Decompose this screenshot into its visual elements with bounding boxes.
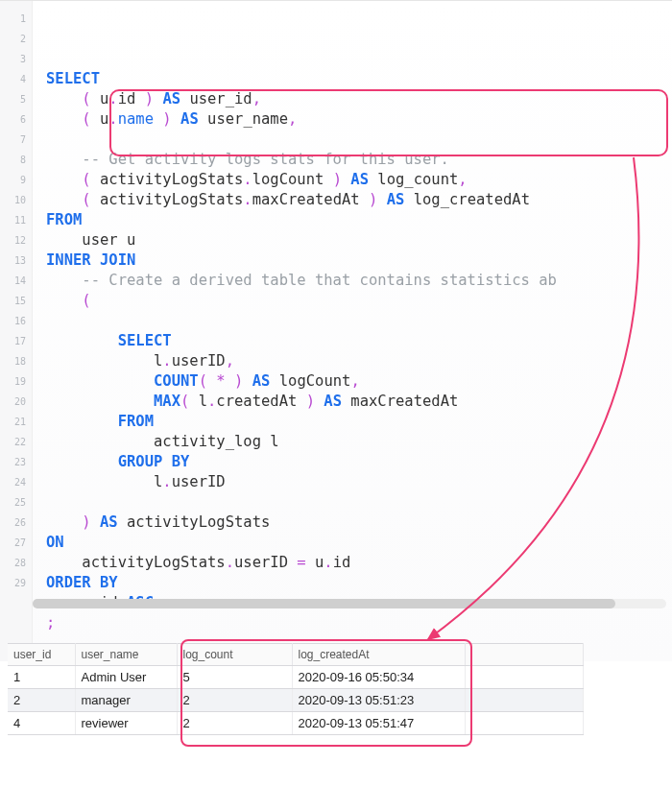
table-cell: 2 [177,689,292,712]
query-results-panel: user_iduser_namelog_countlog_createdAt 1… [8,643,664,735]
line-number: 4 [0,69,26,89]
table-cell: 2 [177,712,292,735]
line-number: 8 [0,150,26,170]
code-line[interactable]: ( [46,291,672,311]
code-line[interactable]: l.userID [46,472,672,492]
column-header[interactable]: log_count [177,644,292,666]
code-line[interactable] [46,130,672,150]
line-number: 12 [0,230,26,250]
line-number: 15 [0,291,26,311]
line-number: 19 [0,371,26,392]
code-line[interactable]: FROM [46,412,672,432]
code-line[interactable]: ( activityLogStats.maxCreatedAt ) AS log… [46,190,672,210]
table-cell: 2 [8,689,75,712]
code-line[interactable]: SELECT [46,69,672,89]
table-row[interactable]: 2manager22020-09-13 05:51:23 [8,689,584,712]
table-cell: 2020-09-13 05:51:47 [292,712,465,735]
line-number: 24 [0,472,26,492]
line-number: 22 [0,432,26,452]
code-area[interactable]: SELECT ( u.id ) AS user_id, ( u.name ) A… [33,1,672,661]
scrollbar-thumb[interactable] [33,599,615,608]
line-number: 7 [0,130,26,150]
line-number: 20 [0,392,26,412]
code-line[interactable]: ( activityLogStats.logCount ) AS log_cou… [46,170,672,190]
column-header[interactable]: log_createdAt [292,644,465,666]
code-line[interactable]: l.userID, [46,351,672,371]
line-number: 14 [0,271,26,291]
line-number: 3 [0,49,26,69]
column-header[interactable]: user_id [8,644,75,666]
table-cell [465,666,584,689]
column-header-spacer [465,644,584,666]
results-header-row: user_iduser_namelog_countlog_createdAt [8,644,584,666]
line-number: 18 [0,351,26,371]
line-number: 28 [0,553,26,573]
table-cell [465,712,584,735]
code-line[interactable]: activityLogStats.userID = u.id [46,553,672,573]
line-number: 6 [0,109,26,130]
table-cell: reviewer [75,712,177,735]
table-cell [465,689,584,712]
table-cell: 4 [8,712,75,735]
code-line[interactable]: COUNT( * ) AS logCount, [46,371,672,392]
line-number: 27 [0,533,26,553]
line-number: 10 [0,190,26,210]
table-cell: Admin User [75,666,177,689]
code-line[interactable]: FROM [46,210,672,230]
line-number: 23 [0,452,26,472]
horizontal-scrollbar[interactable] [33,599,666,608]
code-line[interactable]: ) AS activityLogStats [46,513,672,533]
results-body: 1Admin User52020-09-16 05:50:342manager2… [8,666,584,735]
code-line[interactable]: user u [46,230,672,250]
table-cell: 2020-09-16 05:50:34 [292,666,465,689]
code-line[interactable]: ORDER BY [46,573,672,593]
line-number-gutter: 1234567891011121314151617181920212223242… [0,1,33,661]
code-line[interactable] [46,492,672,513]
line-number: 16 [0,311,26,331]
table-cell: 1 [8,666,75,689]
code-line[interactable]: -- Get activity logs stats for this user… [46,150,672,170]
line-number: 5 [0,89,26,109]
table-row[interactable]: 1Admin User52020-09-16 05:50:34 [8,666,584,689]
table-cell: 5 [177,666,292,689]
line-number: 26 [0,513,26,533]
line-number: 25 [0,492,26,513]
sql-editor: 1234567891011121314151617181920212223242… [0,0,672,614]
table-cell: 2020-09-13 05:51:23 [292,689,465,712]
table-row[interactable]: 4reviewer22020-09-13 05:51:47 [8,712,584,735]
table-cell: manager [75,689,177,712]
line-number: 11 [0,210,26,230]
code-line[interactable]: SELECT [46,331,672,351]
code-line[interactable]: ; [46,613,672,633]
code-line[interactable]: ( u.name ) AS user_name, [46,109,672,130]
column-header[interactable]: user_name [75,644,177,666]
code-line[interactable]: ON [46,533,672,553]
line-number: 21 [0,412,26,432]
results-table: user_iduser_namelog_countlog_createdAt 1… [8,643,584,735]
code-line[interactable]: -- Create a derived table that contains … [46,271,672,291]
line-number: 29 [0,573,26,593]
code-line[interactable]: MAX( l.createdAt ) AS maxCreatedAt [46,392,672,412]
code-line[interactable] [46,311,672,331]
line-number: 17 [0,331,26,351]
line-number: 9 [0,170,26,190]
line-number: 2 [0,29,26,49]
code-line[interactable]: INNER JOIN [46,250,672,271]
code-line[interactable]: GROUP BY [46,452,672,472]
code-line[interactable]: ( u.id ) AS user_id, [46,89,672,109]
line-number: 13 [0,250,26,271]
editor-body[interactable]: 1234567891011121314151617181920212223242… [0,1,672,661]
code-line[interactable]: activity_log l [46,432,672,452]
line-number: 1 [0,9,26,29]
